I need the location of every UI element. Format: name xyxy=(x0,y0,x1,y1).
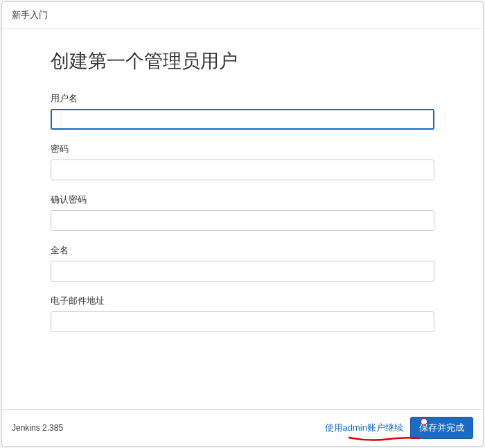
version-text: Jenkins 2.385 xyxy=(12,423,63,433)
confirm-password-group: 确认密码 xyxy=(51,194,434,231)
footer-actions: 使用admin账户继续 保存并完成 xyxy=(325,417,473,439)
username-group: 用户名 xyxy=(51,93,434,130)
modal-footer: Jenkins 2.385 使用admin账户继续 保存并完成 xyxy=(2,409,483,446)
skip-as-admin-link[interactable]: 使用admin账户继续 xyxy=(325,422,403,434)
fullname-group: 全名 xyxy=(51,245,434,282)
email-group: 电子邮件地址 xyxy=(51,295,434,332)
setup-wizard-modal: 新手入门 创建第一个管理员用户 用户名 密码 确认密码 全名 电子邮件地址 xyxy=(1,1,484,447)
confirm-password-label: 确认密码 xyxy=(51,194,434,206)
password-group: 密码 xyxy=(51,144,434,180)
email-label: 电子邮件地址 xyxy=(51,295,434,307)
modal-content: 创建第一个管理员用户 用户名 密码 确认密码 全名 电子邮件地址 xyxy=(2,29,483,409)
password-label: 密码 xyxy=(51,144,434,155)
page-title: 创建第一个管理员用户 xyxy=(51,49,434,74)
fullname-label: 全名 xyxy=(51,245,434,257)
username-input[interactable] xyxy=(51,109,434,130)
header-title: 新手入门 xyxy=(12,10,48,20)
password-input[interactable] xyxy=(51,160,434,180)
username-label: 用户名 xyxy=(51,93,434,105)
save-and-finish-button[interactable]: 保存并完成 xyxy=(410,417,473,439)
modal-header: 新手入门 xyxy=(2,2,483,29)
fullname-input[interactable] xyxy=(51,261,434,282)
email-input[interactable] xyxy=(51,311,434,332)
confirm-password-input[interactable] xyxy=(51,210,434,231)
